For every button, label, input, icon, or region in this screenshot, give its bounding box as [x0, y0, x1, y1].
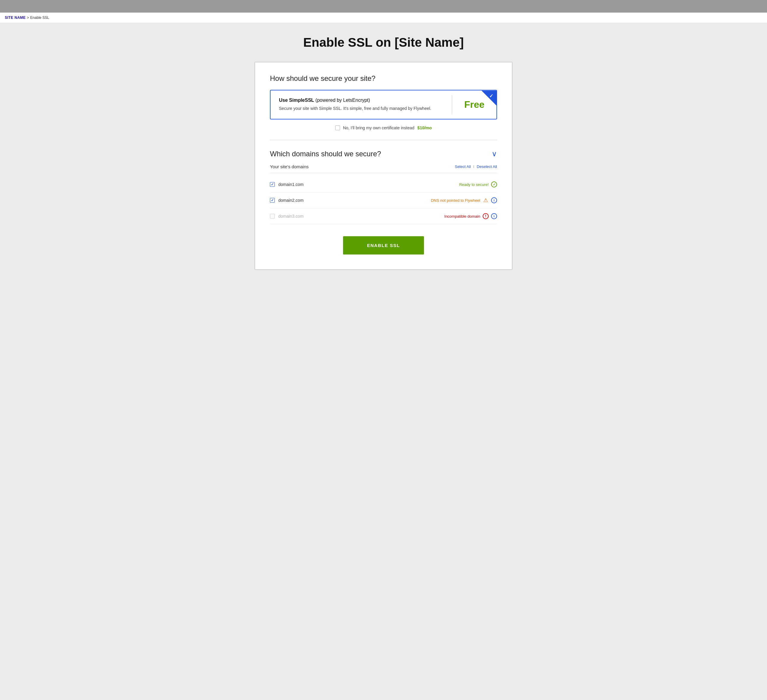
main-content: Enable SSL on [Site Name] How should we … — [249, 23, 518, 294]
domains-actions: Select All I Deselect All — [455, 164, 497, 169]
breadcrumb-current-page: Enable SSL — [30, 16, 49, 20]
domain2-name: domain2.com — [278, 198, 304, 203]
own-cert-label: No, I'll bring my own certificate instea… — [343, 125, 414, 130]
secure-section-heading: How should we secure your site? — [270, 74, 497, 83]
ssl-card: How should we secure your site? Use Simp… — [255, 62, 512, 270]
own-cert-price: $10/mo — [417, 125, 432, 130]
secure-section: How should we secure your site? Use Simp… — [270, 74, 497, 140]
own-cert-row: No, I'll bring my own certificate instea… — [270, 125, 497, 140]
domain2-checkbox[interactable] — [270, 198, 275, 203]
domain3-error-icon: ! — [483, 213, 489, 219]
simple-ssl-option-left: Use SimpleSSL (powered by LetsEncrypt) S… — [271, 90, 452, 119]
domain3-status-area: Incompatible domain ! i — [444, 213, 497, 219]
enable-ssl-wrap: ENABLE SSL — [270, 236, 497, 254]
domains-collapse-icon[interactable]: ∨ — [492, 150, 497, 158]
domains-action-separator: I — [473, 164, 474, 169]
deselect-all-link[interactable]: Deselect All — [477, 164, 497, 169]
breadcrumb-separator: > — [27, 16, 29, 20]
domains-sublabel: Your site's domains — [270, 164, 309, 169]
own-cert-checkbox[interactable] — [335, 125, 340, 130]
domains-heading: Which domains should we secure? — [270, 150, 381, 158]
domain3-info-icon[interactable]: i — [491, 213, 497, 219]
domain3-checkbox[interactable] — [270, 214, 275, 219]
domain-row: domain2.com DNS not pointed to Flywheel … — [270, 192, 497, 208]
domain-row-left: domain1.com — [270, 182, 304, 187]
breadcrumb: SITE NAME > Enable SSL — [0, 13, 767, 23]
simple-ssl-title-bold: Use SimpleSSL — [279, 98, 314, 103]
page-title: Enable SSL on [Site Name] — [255, 35, 512, 50]
domain2-warning-icon: ⚠ — [483, 197, 489, 203]
domain1-name: domain1.com — [278, 182, 304, 187]
simple-ssl-description: Secure your site with Simple SSL. It's s… — [279, 105, 444, 112]
domain1-status-area: Ready to secure! ✓ — [459, 181, 497, 187]
domain-row: domain3.com Incompatible domain ! i — [270, 208, 497, 224]
simple-ssl-price-area: Free — [452, 92, 496, 117]
domain-row-left: domain3.com — [270, 214, 304, 219]
domain2-info-icon[interactable]: i — [491, 197, 497, 203]
domain1-ready-icon: ✓ — [491, 181, 497, 187]
domain-row-left: domain2.com — [270, 198, 304, 203]
simple-ssl-title-normal: (powered by LetsEncrypt) — [314, 98, 370, 103]
enable-ssl-button[interactable]: ENABLE SSL — [343, 236, 424, 254]
domain3-name: domain3.com — [278, 214, 304, 219]
top-navigation-bar — [0, 0, 767, 13]
domain1-status: Ready to secure! — [459, 183, 489, 187]
domains-header: Which domains should we secure? ∨ — [270, 150, 497, 158]
breadcrumb-site-link[interactable]: SITE NAME — [5, 16, 26, 20]
simple-ssl-option[interactable]: Use SimpleSSL (powered by LetsEncrypt) S… — [270, 90, 497, 119]
domains-section: Which domains should we secure? ∨ Your s… — [270, 150, 497, 224]
domain2-status: DNS not pointed to Flywheel — [431, 198, 480, 203]
simple-ssl-price: Free — [464, 99, 484, 110]
domain3-status: Incompatible domain — [444, 214, 480, 219]
select-all-link[interactable]: Select All — [455, 164, 471, 169]
domains-subheader: Your site's domains Select All I Deselec… — [270, 164, 497, 173]
domain-row: domain1.com Ready to secure! ✓ — [270, 177, 497, 192]
simple-ssl-title: Use SimpleSSL (powered by LetsEncrypt) — [279, 98, 444, 103]
domain2-status-area: DNS not pointed to Flywheel ⚠ i — [431, 197, 497, 203]
domain1-checkbox[interactable] — [270, 182, 275, 187]
